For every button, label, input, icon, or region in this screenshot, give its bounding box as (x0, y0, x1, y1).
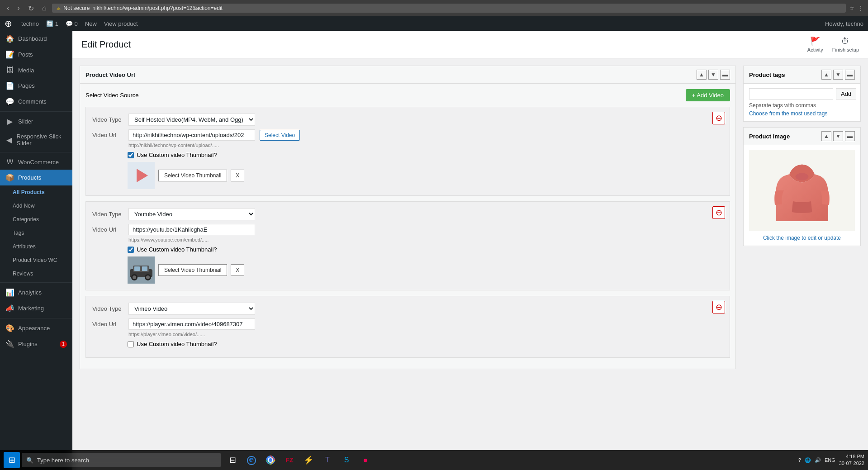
custom-thumbnail-checkbox-3[interactable] (128, 341, 134, 347)
address-bar[interactable]: ⚠ Not secure nikhil/techno/wp-admin/post… (52, 4, 846, 13)
sidebar-item-analytics[interactable]: 📊 Analytics (0, 285, 72, 300)
reload-btn[interactable]: ↻ (26, 3, 36, 14)
remove-video-btn-1[interactable]: ⊖ (712, 112, 725, 124)
video-type-label-1: Video Type (92, 116, 124, 123)
product-image-hint[interactable]: Click the image to edit or update (749, 235, 855, 241)
new-btn[interactable]: New (85, 20, 97, 27)
select-thumbnail-btn-2[interactable]: Select Video Thumbnail (158, 264, 227, 276)
clear-thumbnail-btn-2[interactable]: X (231, 264, 244, 276)
sidebar-item-media[interactable]: 🖼 Media (0, 62, 72, 78)
sidebar-item-add-new[interactable]: Add New (0, 199, 72, 213)
sidebar-item-dashboard[interactable]: 🏠 Dashboard (0, 31, 72, 47)
panel-collapse-down-btn[interactable]: ▼ (708, 70, 718, 80)
chrome-btn[interactable] (262, 452, 279, 468)
remove-video-btn-2[interactable]: ⊖ (712, 206, 725, 219)
video-url-input-1[interactable] (128, 129, 255, 141)
tags-panel-up-btn[interactable]: ▲ (821, 70, 831, 80)
sidebar-label-reviews: Reviews (13, 271, 33, 277)
add-video-btn[interactable]: + Add Video (686, 89, 730, 101)
tags-panel-toggle-btn[interactable]: ▬ (845, 70, 855, 80)
image-panel-down-btn[interactable]: ▼ (833, 131, 843, 141)
video-url-row-1: Video Url Select Video (92, 129, 723, 141)
image-panel-toggle-btn[interactable]: ▬ (845, 131, 855, 141)
browser-chrome: ‹ › ↻ ⌂ ⚠ Not secure nikhil/techno/wp-ad… (0, 0, 868, 16)
custom-thumbnail-checkbox-1[interactable] (128, 152, 134, 158)
sidebar-item-reviews[interactable]: Reviews (0, 267, 72, 280)
remove-video-btn-3[interactable]: ⊖ (712, 301, 725, 313)
sidebar-item-woocommerce[interactable]: W WooCommerce (0, 154, 72, 170)
view-product-btn[interactable]: View product (104, 20, 138, 27)
sidebar-item-products[interactable]: 📦 Products (0, 170, 72, 185)
sidebar-item-attributes[interactable]: Attributes (0, 240, 72, 253)
video-entry-3: ⊖ Video Type Self Hosted Video(MP4, WebM… (85, 296, 730, 358)
sidebar-item-tags[interactable]: Tags (0, 226, 72, 240)
sidebar-item-plugins[interactable]: 🔌 Plugins 1 (0, 336, 72, 352)
custom-thumbnail-label-3: Use Custom video Thumbnail? (137, 341, 217, 347)
sidebar-item-marketing[interactable]: 📣 Marketing (0, 300, 72, 316)
sidebar-item-all-products[interactable]: All Products (0, 185, 72, 199)
filezilla-btn[interactable]: FZ (281, 452, 298, 468)
select-video-btn-1[interactable]: Select Video (260, 130, 300, 141)
updates-badge[interactable]: 🔄 1 (46, 20, 58, 27)
wp-logo[interactable]: ⊕ (5, 18, 12, 29)
sidebar-item-product-video-wc[interactable]: Product Video WC (0, 253, 72, 267)
sidebar-item-pages[interactable]: 📄 Pages (0, 78, 72, 94)
obs-btn[interactable]: ● (357, 452, 374, 468)
video-url-input-3[interactable] (128, 318, 255, 330)
panel-toggle-btn[interactable]: ▬ (720, 70, 730, 80)
taskbar-icons: ⊟ FZ ⚡ T S ● (224, 452, 374, 468)
product-tags-body: Add Separate tags with commas Choose fro… (744, 84, 860, 121)
skype-btn[interactable]: S (338, 452, 355, 468)
forward-btn[interactable]: › (15, 3, 22, 13)
activity-btn[interactable]: 🚩 Activity (807, 36, 823, 52)
tag-most-used-link[interactable]: Choose from the most used tags (749, 110, 855, 117)
sidebar-item-responsive-slick[interactable]: ◀ Responsive Slick Slider (0, 129, 72, 150)
menu-icon[interactable]: ⋮ (858, 5, 863, 11)
svg-point-13 (269, 458, 272, 462)
video-url-row-3: Video Url (92, 318, 723, 330)
tags-panel-down-btn[interactable]: ▼ (833, 70, 843, 80)
video-type-select-1[interactable]: Self Hosted Video(MP4, WebM, and Ogg) Yo… (128, 114, 255, 126)
sidebar-item-categories[interactable]: Categories (0, 213, 72, 226)
sidebar-label-comments: Comments (18, 98, 47, 105)
video-entry-2: ⊖ Video Type Self Hosted Video(MP4, WebM… (85, 201, 730, 290)
tag-hint: Separate tags with commas (749, 102, 855, 109)
sidebar-label-marketing: Marketing (18, 305, 44, 312)
tag-input-field[interactable] (749, 88, 833, 100)
start-button[interactable]: ⊞ (4, 452, 20, 468)
sidebar-item-appearance[interactable]: 🎨 Appearance (0, 320, 72, 336)
svg-rect-4 (134, 266, 140, 271)
edge-btn[interactable] (243, 452, 260, 468)
panel-collapse-up-btn[interactable]: ▲ (697, 70, 707, 80)
sidebar-label-add-new: Add New (13, 203, 35, 209)
home-btn[interactable]: ⌂ (40, 3, 49, 13)
finish-setup-btn[interactable]: ⏱ Finish setup (832, 37, 859, 52)
sidebar-label-all-products: All Products (13, 189, 45, 195)
image-panel-up-btn[interactable]: ▲ (821, 131, 831, 141)
clear-thumbnail-btn-1[interactable]: X (231, 170, 244, 181)
video-type-select-2[interactable]: Self Hosted Video(MP4, WebM, and Ogg) Yo… (128, 208, 255, 220)
site-name[interactable]: techno (21, 20, 39, 27)
product-image-placeholder[interactable] (749, 150, 855, 231)
custom-thumbnail-checkbox-2[interactable] (128, 247, 134, 253)
video-type-select-3[interactable]: Self Hosted Video(MP4, WebM, and Ogg) Yo… (128, 303, 255, 315)
back-btn[interactable]: ‹ (5, 3, 11, 13)
task-view-btn[interactable]: ⊟ (224, 452, 241, 468)
sidebar-item-posts[interactable]: 📝 Posts (0, 47, 72, 62)
video-type-row-2: Video Type Self Hosted Video(MP4, WebM, … (92, 208, 723, 220)
tag-add-btn[interactable]: Add (836, 88, 856, 100)
star-icon[interactable]: ☆ (849, 5, 854, 11)
taskbar-search[interactable]: 🔍 Type here to search (22, 453, 221, 467)
select-thumbnail-btn-1[interactable]: Select Video Thumbnail (158, 170, 227, 181)
tags-panel-controls: ▲ ▼ ▬ (821, 70, 855, 80)
comments-badge[interactable]: 💬 0 (66, 20, 78, 27)
sidebar-item-comments[interactable]: 💬 Comments (0, 94, 72, 109)
video-url-input-2[interactable] (128, 224, 255, 235)
teams-btn[interactable]: T (319, 452, 336, 468)
remove-icon-2: ⊖ (716, 208, 722, 218)
sidebar-item-slider[interactable]: ▶ Slider (0, 114, 72, 129)
taskbar-network-icon: 🌐 (805, 457, 811, 463)
main-panel: Product Video Url ▲ ▼ ▬ Select Video Sou… (80, 66, 736, 376)
winstep-btn[interactable]: ⚡ (300, 452, 317, 468)
custom-thumbnail-check-row-3: Use Custom video Thumbnail? (128, 341, 723, 347)
